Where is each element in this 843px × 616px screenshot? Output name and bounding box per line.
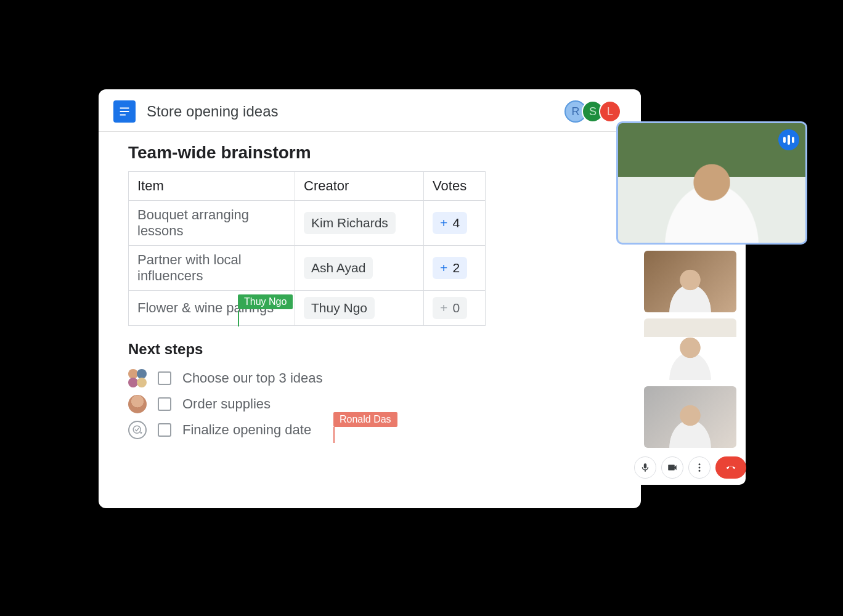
svg-point-5 (699, 470, 701, 472)
docs-app-icon (113, 100, 136, 123)
cell-creator: Thuy Ngo (295, 291, 424, 326)
table-row: Flower & wine pairings Thuy Ngo +0 (129, 291, 486, 326)
cell-votes: +2 (424, 246, 486, 291)
vote-chip[interactable]: +0 (433, 297, 467, 319)
col-header-creator: Creator (295, 172, 424, 201)
collaborator-cursor-label: Thuy Ngo (238, 294, 293, 309)
collaborator-cursor (333, 427, 335, 443)
speaking-indicator-icon (778, 129, 799, 150)
call-controls (634, 456, 746, 479)
video-thumbnail[interactable] (644, 251, 736, 312)
avatar[interactable]: L (599, 100, 621, 123)
video-thumbnails (644, 251, 736, 448)
assignee-avatar[interactable] (128, 395, 147, 413)
camera-button[interactable] (661, 456, 683, 479)
plus-icon: + (440, 261, 447, 275)
end-call-button[interactable] (715, 456, 746, 479)
task-label[interactable]: Order supplies (182, 396, 271, 412)
mic-button[interactable] (634, 456, 656, 479)
next-steps-list: Choose our top 3 ideas Order supplies Fi… (128, 365, 616, 443)
plus-icon: + (440, 216, 447, 230)
checkbox[interactable] (158, 397, 171, 411)
assignee-avatar-group[interactable] (128, 369, 147, 387)
svg-point-3 (699, 463, 701, 465)
video-thumbnail[interactable] (644, 386, 736, 448)
svg-point-0 (133, 426, 140, 433)
participant-video (646, 159, 778, 243)
video-thumbnail[interactable] (644, 318, 736, 380)
creator-chip[interactable]: Kim Richards (304, 212, 396, 234)
plus-icon: + (440, 301, 447, 315)
document-content: Team-wide brainstorm Item Creator Votes … (99, 132, 641, 443)
more-vertical-icon (694, 462, 705, 473)
table-row: Partner with local influencers Ash Ayad … (129, 246, 486, 291)
cell-creator: Ash Ayad (295, 246, 424, 291)
section-heading: Team-wide brainstorm (128, 143, 616, 163)
svg-point-4 (699, 467, 701, 469)
cell-creator: Kim Richards (295, 201, 424, 246)
col-header-votes: Votes (424, 172, 486, 201)
next-steps-heading: Next steps (128, 341, 616, 358)
brainstorm-table: Item Creator Votes Bouquet arranging les… (128, 171, 486, 326)
cell-votes: +0 (424, 291, 486, 326)
check-plus-icon (132, 424, 143, 436)
vote-chip[interactable]: +2 (433, 257, 467, 279)
cell-item[interactable]: Bouquet arranging lessons (129, 201, 295, 246)
more-options-button[interactable] (688, 456, 711, 479)
mic-icon (640, 462, 651, 473)
creator-chip[interactable]: Thuy Ngo (304, 297, 375, 319)
list-item: Choose our top 3 ideas (128, 365, 616, 391)
hangup-icon (725, 462, 736, 473)
document-title[interactable]: Store opening ideas (147, 103, 279, 120)
cell-votes: +4 (424, 201, 486, 246)
checkbox[interactable] (158, 371, 171, 385)
add-assignee-button[interactable] (128, 421, 147, 439)
document-window: Store opening ideas R S L Team-wide brai… (99, 89, 641, 508)
table-row: Bouquet arranging lessons Kim Richards +… (129, 201, 486, 246)
task-label[interactable]: Choose our top 3 ideas (182, 370, 323, 386)
vote-chip[interactable]: +4 (433, 212, 467, 234)
creator-chip[interactable]: Ash Ayad (304, 257, 373, 279)
header-bar: Store opening ideas R S L (99, 89, 641, 131)
col-header-item: Item (129, 172, 295, 201)
collaborator-avatars: R S L (569, 100, 621, 123)
collaborator-cursor-label: Ronald Das (333, 412, 397, 427)
cell-item[interactable]: Partner with local influencers (129, 246, 295, 291)
video-main-tile[interactable] (616, 121, 807, 245)
camera-icon (667, 462, 678, 473)
checkbox[interactable] (158, 423, 171, 437)
task-label[interactable]: Finalize opening date (182, 422, 311, 438)
collaborator-cursor (238, 310, 239, 326)
